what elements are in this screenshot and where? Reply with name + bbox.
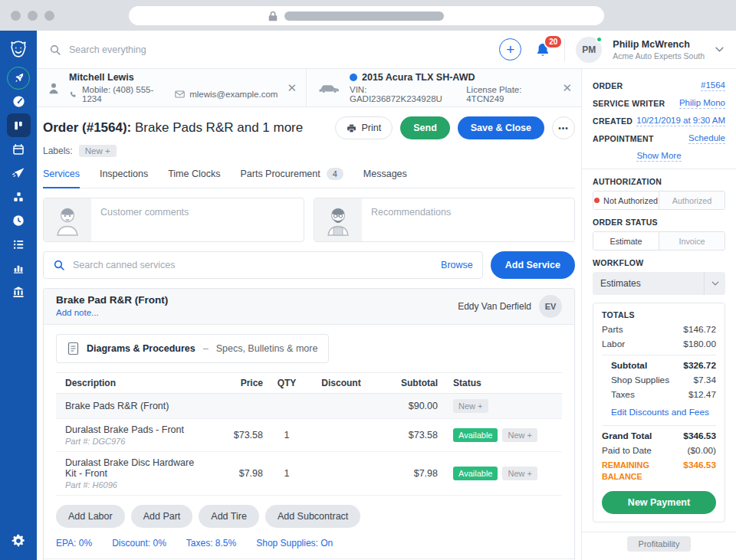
created-date-link[interactable]: 10/21/2019 at 9:30 AM — [636, 116, 725, 126]
schedule-link[interactable]: Schedule — [688, 133, 725, 144]
header-divider — [564, 38, 565, 61]
status-tag[interactable]: New + — [502, 428, 537, 442]
epa-link[interactable]: EPA: 0% — [56, 538, 92, 549]
user-name: Philip McWrench — [613, 39, 705, 50]
top-header: + 20 PM Philip McWrench Acme Auto Expert… — [37, 31, 736, 69]
sidebar-item-finance[interactable] — [0, 280, 37, 303]
sidebar-item-reports[interactable] — [0, 256, 37, 280]
speedometer-icon — [12, 94, 26, 109]
sidebar-item-lists[interactable] — [0, 232, 37, 256]
taxes-link[interactable]: Taxes: 8.5% — [186, 538, 236, 549]
sidebar-item-calendar[interactable] — [0, 137, 37, 161]
document-icon — [67, 342, 79, 355]
gear-icon — [11, 533, 26, 549]
add-tire-button[interactable]: Add Tire — [199, 505, 259, 528]
vehicle-plate: License Plate: 4TCN249 — [466, 85, 553, 103]
global-search[interactable] — [49, 44, 499, 56]
tab-parts-procurement[interactable]: Parts Procurement4 — [240, 168, 343, 188]
customer-phone: Mobile: (408) 555-1234 — [82, 85, 160, 103]
user-menu[interactable]: Philip McWrench Acme Auto Experts South — [613, 39, 705, 61]
customer-card[interactable]: Mitchell Lewis Mobile: (408) 555-1234 ml… — [37, 69, 307, 106]
canned-services-search[interactable]: Browse — [43, 251, 483, 279]
recommendations-input[interactable]: Recommendations — [314, 198, 575, 242]
invoice-option[interactable]: Invoice — [659, 232, 724, 250]
edit-discounts-fees-link[interactable]: Edit Discounts and Fees — [611, 407, 709, 418]
sidebar-item-launchpad[interactable] — [0, 66, 37, 90]
service-assignee[interactable]: Eddy Van Derfield EV — [458, 295, 562, 318]
user-avatar[interactable]: PM — [576, 37, 602, 63]
search-icon — [53, 259, 65, 271]
info-row-order: ORDER #1564 — [593, 80, 725, 91]
remaining-balance-value: $346.53 — [683, 460, 716, 483]
table-row[interactable]: Duralast Brake Disc Hardware Kit - Front… — [56, 452, 562, 496]
rocket-icon — [7, 67, 30, 90]
sidebar-item-resources[interactable] — [0, 185, 37, 208]
sidebar-item-dashboard[interactable] — [0, 90, 37, 113]
save-close-button[interactable]: Save & Close — [458, 116, 544, 139]
recommendations-placeholder: Recommendations — [362, 198, 460, 241]
canned-services-input[interactable] — [73, 260, 433, 270]
service-writer-link[interactable]: Philip Mono — [679, 98, 725, 109]
estimate-option[interactable]: Estimate — [593, 232, 659, 250]
bank-icon — [12, 285, 25, 299]
table-row[interactable]: Brake Pads R&R (Front) $90.00 New + — [56, 394, 562, 419]
sidebar-item-timeclocks[interactable] — [0, 208, 37, 232]
tab-inspections[interactable]: Inspections — [100, 168, 148, 188]
chevron-down-icon — [704, 272, 725, 295]
calendar-icon — [12, 142, 25, 156]
print-button[interactable]: Print — [335, 116, 393, 139]
customer-email: mlewis@example.com — [189, 90, 278, 99]
add-part-button[interactable]: Add Part — [131, 505, 193, 528]
tab-services[interactable]: Services — [43, 168, 80, 188]
browse-link[interactable]: Browse — [441, 260, 473, 270]
status-tag[interactable]: New + — [453, 399, 488, 413]
panel-divider — [582, 169, 736, 169]
assignee-avatar: EV — [539, 295, 562, 318]
sidebar-item-workflow-active[interactable] — [0, 113, 37, 137]
profitability-button[interactable]: Profitability — [627, 536, 692, 552]
bar-chart-icon — [12, 262, 25, 274]
add-note-link[interactable]: Add note... — [56, 308, 99, 317]
shopmonkey-logo-icon — [7, 38, 30, 61]
sidebar-item-messages[interactable] — [0, 161, 37, 185]
status-tag[interactable]: New + — [502, 467, 537, 480]
add-labor-button[interactable]: Add Labor — [56, 505, 125, 528]
more-actions-button[interactable]: ••• — [552, 116, 575, 139]
order-number-link[interactable]: #1564 — [701, 80, 725, 91]
tab-messages[interactable]: Messages — [363, 168, 407, 188]
window-controls[interactable] — [11, 11, 54, 21]
profitability-divider: Profitability — [582, 532, 736, 552]
customer-comments-input[interactable]: Customer comments — [43, 198, 304, 242]
workflow-select[interactable]: Estimates — [593, 272, 725, 295]
show-more-link[interactable]: Show More — [636, 151, 681, 162]
order-status-heading: ORDER STATUS — [593, 218, 725, 227]
search-input[interactable] — [69, 44, 499, 55]
add-service-button[interactable]: Add Service — [491, 251, 575, 279]
diagrams-procedures-button[interactable]: Diagrams & Procedures – Specs, Bulletins… — [56, 334, 329, 363]
tab-time-clocks[interactable]: Time Clocks — [168, 168, 220, 188]
remove-customer-icon[interactable]: ✕ — [287, 82, 297, 93]
add-subcontract-button[interactable]: Add Subcontract — [265, 505, 360, 528]
customer-illustration-icon — [44, 198, 91, 241]
discount-link[interactable]: Discount: 0% — [112, 538, 166, 549]
chevron-down-icon[interactable] — [715, 47, 724, 52]
totals-heading: TOTALS — [602, 310, 716, 319]
totals-box: TOTALS Parts$146.72 Labor$180.00 Subtota… — [593, 303, 725, 522]
order-label-tag[interactable]: New + — [79, 145, 117, 157]
authorized-option[interactable]: Authorized — [659, 192, 724, 209]
url-redacted — [284, 11, 444, 21]
vehicle-name: 2015 Acura TLX SH-AWD — [350, 72, 553, 83]
notifications-button[interactable]: 20 — [532, 41, 554, 59]
not-authorized-option[interactable]: Not Authorized — [593, 192, 659, 209]
table-row[interactable]: Duralast Brake Pads - Front Part #: DGC9… — [56, 419, 562, 452]
service-card: Brake Pad R&R (Front) Add note... Eddy V… — [43, 288, 575, 560]
remove-vehicle-icon[interactable]: ✕ — [562, 82, 572, 93]
quick-add-button[interactable]: + — [499, 38, 521, 61]
shop-supplies-link[interactable]: Shop Supplies: On — [256, 538, 333, 549]
sidebar-item-settings[interactable] — [0, 529, 37, 552]
send-button[interactable]: Send — [400, 116, 450, 139]
new-payment-button[interactable]: New Payment — [602, 491, 716, 514]
table-header: Description Price QTY Discount Subtotal … — [56, 372, 562, 394]
vehicle-card[interactable]: 2015 Acura TLX SH-AWD VIN: GADI236872K23… — [307, 69, 581, 106]
address-bar[interactable] — [129, 6, 604, 25]
